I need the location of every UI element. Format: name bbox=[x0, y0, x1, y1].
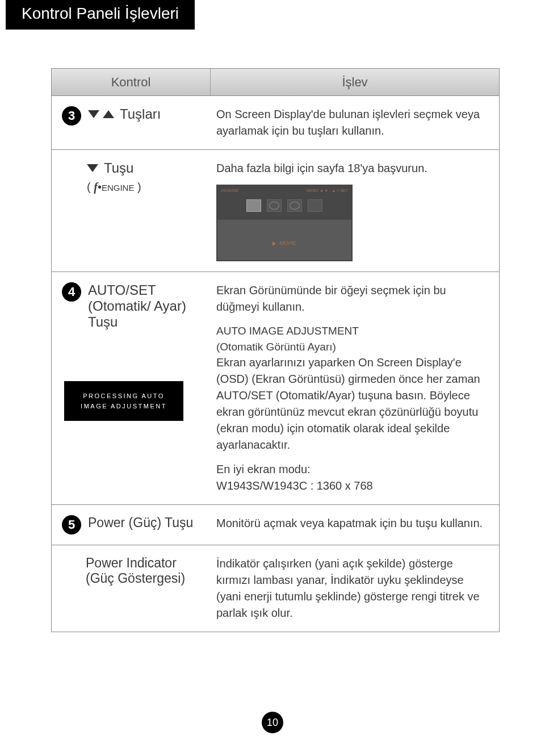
processing-line1: PROCESSING AUTO bbox=[83, 391, 165, 401]
table-row: 4 AUTO/SET (Otomatik/ Ayar) Tuşu PROCESS… bbox=[52, 272, 499, 505]
control-cell: 4 AUTO/SET (Otomatik/ Ayar) Tuşu PROCESS… bbox=[52, 272, 211, 504]
f-engine-symbol: f bbox=[94, 181, 98, 193]
best-mode-value: W1943S/W1943C : 1360 x 768 bbox=[216, 478, 488, 494]
function-cell: Monitörü açmak veya kapatmak için bu tuş… bbox=[211, 505, 499, 545]
step-badge-4: 4 bbox=[62, 282, 81, 302]
autoset-button-label: Tuşu bbox=[88, 314, 186, 330]
processing-box: PROCESSING AUTO IMAGE ADJUSTMENT bbox=[64, 381, 183, 421]
power-indicator-label2: (Güç Göstergesi) bbox=[86, 571, 205, 586]
triangle-down-icon bbox=[87, 164, 98, 172]
function-cell: Daha fazla bilgi için sayfa 18'ya başvur… bbox=[211, 150, 499, 272]
control-cell: 5 Power (Güç) Tuşu bbox=[52, 505, 211, 545]
controls-table: Kontrol İşlev 3 Tuşları On Screen Displa… bbox=[51, 68, 500, 632]
paren-open: ( bbox=[87, 181, 91, 193]
play-icon bbox=[272, 241, 276, 246]
function-cell: On Screen Display'de bulunan işlevleri s… bbox=[211, 96, 499, 149]
osd-close-icon bbox=[308, 199, 322, 212]
power-button-label: Power (Güç) Tuşu bbox=[88, 515, 193, 531]
triangle-down-icon bbox=[88, 110, 99, 118]
autoset-desc2: Ekran ayarlarınızı yaparken On Screen Di… bbox=[216, 354, 488, 453]
header-function: İşlev bbox=[211, 69, 499, 95]
autoset-sub: (Otomatik/ Ayar) bbox=[88, 298, 186, 314]
table-row: 3 Tuşları On Screen Display'de bulunan i… bbox=[52, 96, 499, 150]
engine-label: ENGINE bbox=[102, 183, 135, 193]
osd-mode-icon bbox=[287, 199, 302, 212]
page-title: Kontrol Paneli İşlevleri bbox=[6, 0, 195, 30]
auto-image-sub: (Otomatik Görüntü Ayarı) bbox=[216, 339, 488, 355]
table-header: Kontrol İşlev bbox=[52, 69, 499, 96]
function-cell: Ekran Görünümünde bir öğeyi seçmek için … bbox=[211, 272, 499, 504]
osd-mode-icon bbox=[246, 199, 261, 212]
autoset-desc1: Ekran Görünümünde bir öğeyi seçmek için … bbox=[216, 282, 488, 315]
osd-mode-icon bbox=[267, 199, 282, 212]
page-number: 10 bbox=[262, 712, 283, 733]
best-mode-label: En iyi ekran modu: bbox=[216, 461, 488, 478]
osd-engine: ENGINE bbox=[223, 189, 238, 193]
paren-close: ) bbox=[137, 181, 141, 193]
step-badge-5: 5 bbox=[62, 515, 81, 534]
engine-dot: • bbox=[98, 181, 102, 193]
function-cell: İndikatör çalışırken (yani açık şekilde)… bbox=[211, 545, 499, 632]
buttons-label: Tuşları bbox=[120, 106, 161, 122]
processing-line2: IMAGE ADJUSTMENT bbox=[81, 401, 167, 411]
osd-screenshot: f·ENGINE MENU ◄ ▼ - ▲ + SET MOVIE bbox=[216, 185, 353, 261]
engine-desc: Daha fazla bilgi için sayfa 18'ya başvur… bbox=[216, 160, 488, 177]
osd-movie-label: MOVIE bbox=[279, 240, 296, 247]
control-cell: Power Indicator (Güç Göstergesi) bbox=[52, 545, 211, 632]
header-control: Kontrol bbox=[52, 69, 211, 95]
table-row: Tuşu ( f•ENGINE ) Daha fazla bilgi için … bbox=[52, 150, 499, 272]
control-cell: Tuşu ( f•ENGINE ) bbox=[52, 150, 211, 272]
table-row: Power Indicator (Güç Göstergesi) İndikat… bbox=[52, 545, 499, 632]
button-label: Tuşu bbox=[104, 160, 133, 176]
osd-menu-label: MENU bbox=[307, 189, 318, 193]
table-row: 5 Power (Güç) Tuşu Monitörü açmak veya k… bbox=[52, 505, 499, 545]
step-badge-3: 3 bbox=[62, 106, 81, 126]
osd-set-label: SET bbox=[340, 189, 348, 193]
control-cell: 3 Tuşları bbox=[52, 96, 211, 149]
triangle-up-icon bbox=[103, 110, 114, 118]
auto-image-title: AUTO IMAGE ADJUSTMENT bbox=[216, 323, 488, 339]
autoset-title: AUTO/SET bbox=[88, 282, 186, 298]
power-indicator-label1: Power Indicator bbox=[86, 555, 205, 571]
